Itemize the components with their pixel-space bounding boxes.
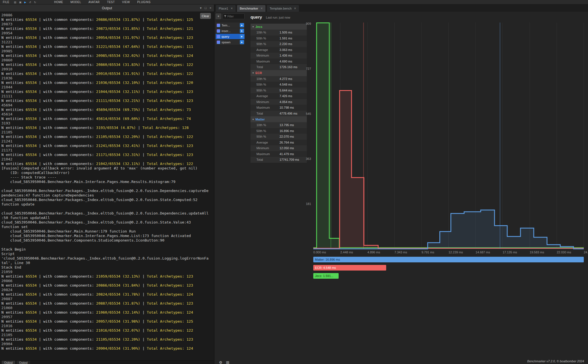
log-entry-line: N entities 65534 | with common component…: [1, 90, 214, 94]
stat-label: 10th %: [256, 123, 280, 127]
float-window-icon[interactable]: □: [205, 6, 207, 10]
log-error-line: cloud_5853950046.Benchmarker.Main.Interf…: [1, 234, 214, 238]
benchmark-item-spawn[interactable]: spawn▶: [216, 39, 245, 45]
menu-home[interactable]: HOME: [54, 1, 63, 4]
close-icon[interactable]: ×: [210, 6, 211, 10]
play-icon[interactable]: ▶: [24, 1, 26, 4]
columns-icon[interactable]: ▥: [226, 360, 229, 364]
stats-section-ecr[interactable]: ▾ECR: [251, 70, 307, 76]
stat-row-total: Total1726.163 ms: [251, 64, 307, 70]
open-file-icon[interactable]: ▣: [19, 1, 22, 4]
close-icon[interactable]: ×: [294, 6, 296, 10]
stat-row-90th: 90th %2.230 ms: [251, 41, 307, 47]
close-icon[interactable]: ×: [261, 6, 263, 10]
tab-benchmarker[interactable]: Benchmarker×: [237, 5, 265, 12]
log-error-line: (ID: computedCallbackError): [1, 171, 214, 175]
menu-avatar[interactable]: AVATAR: [88, 1, 100, 4]
filter-box[interactable]: [223, 14, 245, 19]
log-entry-line: N entities 65534 | with common component…: [1, 117, 214, 121]
chevron-down-icon: ▾: [252, 118, 254, 121]
log-entry-line: N entities 65534 | with common component…: [1, 99, 214, 103]
menu-file[interactable]: FILE: [3, 1, 9, 4]
stat-label: Maximum: [256, 152, 280, 156]
stat-value: 5.644 ms: [280, 89, 292, 92]
stat-label: 90th %: [256, 89, 280, 92]
stat-label: Maximum: [256, 106, 280, 109]
undo-icon[interactable]: ↺: [29, 1, 31, 4]
stats-section-matter[interactable]: ▾Matter: [251, 116, 307, 122]
log-count-line: 45694: [1, 103, 214, 108]
stat-row-10th: 10th %1.505 ms: [251, 30, 307, 35]
x-axis-label: 9.791 ms: [421, 251, 434, 254]
benchmark-item-label: inser...: [222, 29, 238, 33]
stat-value: 10.798 ms: [280, 106, 294, 109]
stat-value: 41.479 ms: [280, 152, 294, 156]
settings-icon[interactable]: ⚙: [219, 360, 222, 364]
stat-label: Minimum: [256, 100, 280, 104]
run-benchmark-button[interactable]: ▶: [240, 29, 244, 33]
menu-view[interactable]: VIEW: [122, 1, 130, 4]
stat-label: 90th %: [256, 135, 280, 138]
log-entry-line: N entities 65534 | with common component…: [1, 337, 214, 342]
benchmark-item-query[interactable]: query▶: [216, 34, 245, 39]
filter-input[interactable]: [227, 15, 243, 18]
stat-value: 1.436 ms: [280, 54, 292, 57]
log-error-line: cloud_5853950046.Benchmarker.Packages._I…: [1, 220, 214, 225]
close-icon[interactable]: ×: [231, 6, 233, 10]
stat-row-minimum: Minimum12.050 ms: [251, 145, 307, 151]
log-entry-line: N entities 65534 | with common component…: [1, 274, 214, 279]
stat-label: Total: [256, 158, 280, 161]
stat-value: 7.426 ms: [280, 94, 292, 98]
stat-label: Minimum: [256, 146, 280, 150]
log-entry-line: N entities 65534 | with common component…: [1, 301, 214, 306]
log-entry-line: N entities 65534 | with common component…: [1, 72, 214, 76]
log-error-line: :50 function updateAll: [1, 216, 214, 220]
y-axis-label: 727: [300, 67, 311, 70]
menu-test[interactable]: TEST: [107, 1, 115, 4]
last-run-label: Last run: just now: [266, 16, 290, 19]
output-panel-header: Output ▾□×: [0, 5, 214, 12]
log-entry-line: N entities 65534 | with common component…: [1, 319, 214, 324]
legend-bar-ecr: ECR: 4.548 ms: [313, 265, 386, 271]
benchmark-item-inser[interactable]: inser...▶: [216, 28, 245, 34]
stat-label: Minimum: [256, 54, 280, 57]
menu-model[interactable]: MODEL: [70, 1, 81, 4]
log-error-line: tal', Line 30: [1, 261, 214, 265]
benchmark-file-icon: [217, 35, 220, 38]
benchmark-item-label: query: [222, 35, 238, 38]
clear-output-button[interactable]: Clear: [200, 13, 211, 19]
menu-plugins[interactable]: PLUGINS: [137, 1, 150, 4]
tab-place1[interactable]: Place1×: [216, 5, 236, 12]
stats-section-jecs[interactable]: ▾Jecs: [251, 24, 307, 30]
tab-template-bench[interactable]: Template.bench×: [267, 5, 299, 12]
add-benchmark-button[interactable]: +: [216, 14, 221, 19]
legend-bar-matter: Matter: 16.896 ms: [313, 257, 584, 262]
new-file-icon[interactable]: ▤: [14, 1, 16, 4]
stat-label: 90th %: [256, 42, 280, 46]
run-benchmark-button[interactable]: ▶: [240, 40, 244, 44]
output-log[interactable]: 20886N entities 65534 | with common comp…: [0, 12, 214, 360]
log-error-line: cloud_5853950046.Benchmarker.Components.…: [1, 238, 214, 243]
dock-tab-bar: OutputOutput: [0, 360, 214, 364]
log-error-line: cloud_5853950046.Benchmarker.Main.Interf…: [1, 180, 214, 184]
stat-label: 10th %: [256, 77, 280, 81]
dock-tab-output[interactable]: Output: [17, 361, 30, 364]
log-count-line: 20985: [1, 49, 214, 53]
dock-options-icon[interactable]: ▾: [200, 6, 202, 10]
run-benchmark-button[interactable]: ▶: [240, 23, 244, 27]
log-entry-line: N entities 65534 | with common component…: [1, 144, 214, 148]
benchmark-item-tem[interactable]: Tem...▶: [216, 23, 245, 28]
log-count-line: 20886: [1, 13, 214, 17]
log-error-line: Stack End: [1, 265, 214, 270]
plugin-version-footer: Benchmarker v7.2.0, © boatbomber 2024: [527, 359, 584, 363]
run-benchmark-button[interactable]: ▶: [240, 34, 244, 39]
log-entry-line: N entities 65534 | with common component…: [1, 162, 214, 166]
stat-label: Total: [256, 65, 280, 69]
stat-row-90th: 90th %5.644 ms: [251, 88, 307, 93]
output-panel-title: Output: [102, 6, 112, 10]
stats-section-title: Matter: [256, 118, 265, 121]
dock-tab-output[interactable]: Output: [2, 361, 15, 364]
stat-value: 22.070 ms: [280, 135, 294, 138]
redo-icon[interactable]: ↻: [34, 1, 36, 4]
legend-bar-jecs: Jecs: 1.591...: [313, 273, 339, 279]
